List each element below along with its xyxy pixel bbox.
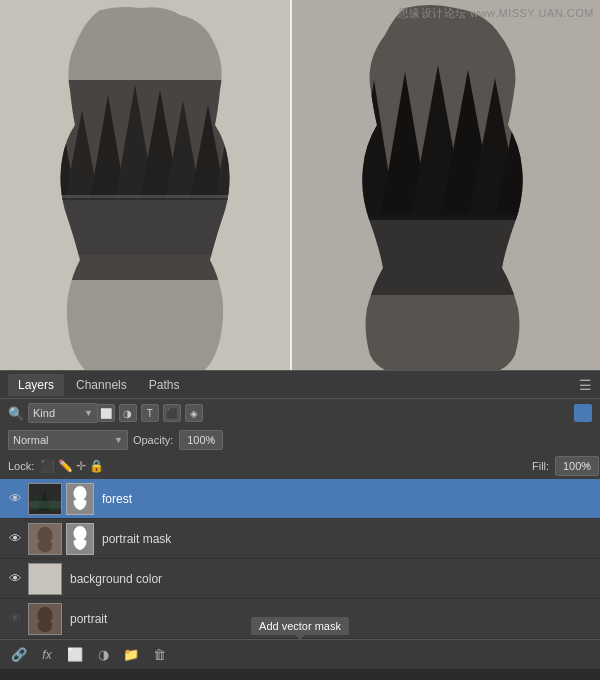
lock-all-icon[interactable]: 🔒	[89, 459, 104, 473]
fill-wrapper: ▼	[555, 456, 592, 476]
delete-button[interactable]: 🗑	[148, 644, 170, 666]
blend-select-wrapper: Normal ▼	[8, 430, 123, 450]
svg-point-42	[74, 526, 87, 541]
layers-panel: Layers Channels Paths ☰ 🔍 Kind ▼ ⬜ ◑ T ⬛…	[0, 370, 600, 669]
layer-background-name: background color	[70, 572, 162, 586]
lock-label: Lock:	[8, 460, 34, 472]
lock-move-icon[interactable]: ✛	[76, 459, 86, 473]
kind-select[interactable]: Kind	[28, 403, 98, 423]
layer-forest[interactable]: 👁 forest	[0, 479, 600, 519]
tab-layers[interactable]: Layers	[8, 374, 64, 396]
blend-mode-select[interactable]: Normal	[8, 430, 128, 450]
link-button[interactable]: 🔗	[8, 644, 30, 666]
canvas-right	[290, 0, 600, 370]
canvas-left	[0, 0, 290, 370]
group-button[interactable]: 📁	[120, 644, 142, 666]
layer-portrait-thumb	[28, 603, 62, 635]
opacity-label: Opacity:	[133, 434, 173, 446]
eye-portrait-icon[interactable]: 👁	[6, 610, 24, 628]
panel-tabs: Layers Channels Paths ☰	[0, 371, 600, 399]
layer-portrait-mask-mask	[66, 523, 94, 555]
layer-forest-mask	[66, 483, 94, 515]
svg-rect-36	[29, 500, 61, 508]
layer-portrait[interactable]: 👁 portrait	[0, 599, 600, 639]
layer-portrait-name: portrait	[70, 612, 107, 626]
layers-list: 👁 forest	[0, 479, 600, 639]
eye-background-icon[interactable]: 👁	[6, 570, 24, 588]
kind-select-wrapper: Kind ▼	[28, 403, 93, 423]
svg-rect-43	[29, 563, 61, 593]
panel-menu-icon[interactable]: ☰	[579, 377, 592, 393]
opacity-input[interactable]	[179, 430, 223, 450]
layer-portrait-mask-name: portrait mask	[102, 532, 171, 546]
adjustment-button[interactable]: ◑	[92, 644, 114, 666]
lock-row: Lock: ⬛ ✏️ ✛ 🔒 Fill: ▼	[0, 453, 600, 479]
layer-background-thumb	[28, 563, 62, 595]
pixel-filter-icon[interactable]: ⬜	[97, 404, 115, 422]
add-mask-button[interactable]: ⬜	[64, 644, 86, 666]
layer-portrait-mask[interactable]: 👁 portrait mask	[0, 519, 600, 559]
lock-icons: ⬛ ✏️ ✛ 🔒	[40, 459, 104, 473]
filter-toggle[interactable]	[574, 404, 592, 422]
svg-point-38	[74, 486, 87, 501]
adjustment-filter-icon[interactable]: ◑	[119, 404, 137, 422]
layer-forest-name: forest	[102, 492, 132, 506]
filter-row: 🔍 Kind ▼ ⬜ ◑ T ⬛ ◈	[0, 399, 600, 427]
shape-filter-icon[interactable]: ⬛	[163, 404, 181, 422]
type-filter-icon[interactable]: T	[141, 404, 159, 422]
watermark: 思缘设计论坛 www.MISSY UAN.COM	[398, 6, 594, 21]
eye-forest-icon[interactable]: 👁	[6, 490, 24, 508]
eye-portrait-mask-icon[interactable]: 👁	[6, 530, 24, 548]
layer-background[interactable]: 👁 background color	[0, 559, 600, 599]
lock-paint-icon[interactable]: ✏️	[58, 459, 73, 473]
fill-label: Fill:	[532, 460, 549, 472]
layer-forest-thumb	[28, 483, 62, 515]
fx-button[interactable]: fx	[36, 644, 58, 666]
canvas-area: 思缘设计论坛 www.MISSY UAN.COM	[0, 0, 600, 370]
filter-icons: ⬜ ◑ T ⬛ ◈	[97, 404, 203, 422]
search-icon: 🔍	[8, 406, 24, 421]
smart-filter-icon[interactable]: ◈	[185, 404, 203, 422]
opacity-wrapper: ▼	[179, 430, 216, 450]
tab-paths[interactable]: Paths	[139, 374, 190, 396]
layer-portrait-mask-thumb	[28, 523, 62, 555]
tab-channels[interactable]: Channels	[66, 374, 137, 396]
blend-row: Normal ▼ Opacity: ▼	[0, 427, 600, 453]
canvas-divider	[290, 0, 292, 370]
lock-transparent-icon[interactable]: ⬛	[40, 459, 55, 473]
fill-input[interactable]	[555, 456, 599, 476]
bottom-toolbar: 🔗 fx ⬜ ◑ 📁 🗑 Add vector mask	[0, 639, 600, 669]
